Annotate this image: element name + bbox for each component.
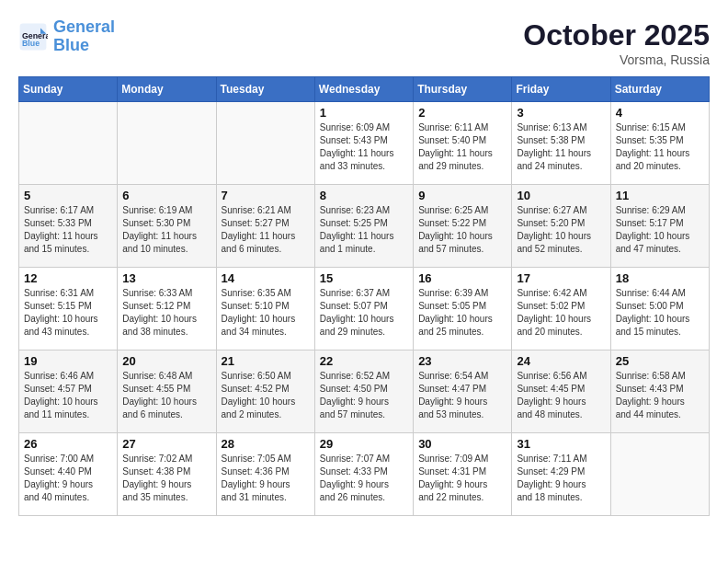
day-info: Sunrise: 6:42 AM Sunset: 5:02 PM Dayligh… (517, 287, 605, 339)
calendar-cell: 10Sunrise: 6:27 AM Sunset: 5:20 PM Dayli… (512, 185, 610, 268)
calendar-cell (610, 433, 709, 516)
calendar-cell: 5Sunrise: 6:17 AM Sunset: 5:33 PM Daylig… (19, 185, 118, 268)
day-number: 11 (616, 189, 704, 202)
day-number: 12 (24, 271, 112, 285)
calendar-cell: 29Sunrise: 7:07 AM Sunset: 4:33 PM Dayli… (314, 433, 413, 516)
day-info: Sunrise: 6:21 AM Sunset: 5:27 PM Dayligh… (222, 204, 310, 256)
logo-text: GeneralBlue (53, 18, 115, 55)
day-number: 10 (517, 189, 605, 202)
calendar-cell: 20Sunrise: 6:48 AM Sunset: 4:55 PM Dayli… (118, 350, 216, 433)
day-info: Sunrise: 6:50 AM Sunset: 4:52 PM Dayligh… (222, 370, 310, 421)
day-number: 1 (320, 106, 408, 120)
day-info: Sunrise: 6:46 AM Sunset: 4:57 PM Dayligh… (24, 370, 112, 421)
calendar-cell: 22Sunrise: 6:52 AM Sunset: 4:50 PM Dayli… (314, 350, 413, 433)
calendar-cell: 21Sunrise: 6:50 AM Sunset: 4:52 PM Dayli… (216, 350, 314, 433)
col-header-tuesday: Tuesday (216, 77, 314, 102)
day-info: Sunrise: 6:44 AM Sunset: 5:00 PM Dayligh… (616, 287, 704, 339)
day-info: Sunrise: 6:27 AM Sunset: 5:20 PM Dayligh… (517, 204, 605, 256)
day-number: 7 (222, 189, 310, 202)
day-number: 24 (517, 354, 605, 368)
calendar-cell: 12Sunrise: 6:31 AM Sunset: 5:15 PM Dayli… (19, 268, 118, 350)
day-number: 3 (517, 106, 605, 120)
day-number: 13 (122, 271, 210, 285)
day-info: Sunrise: 6:29 AM Sunset: 5:17 PM Dayligh… (616, 204, 704, 256)
logo-icon: General Blue (18, 22, 48, 52)
day-info: Sunrise: 7:05 AM Sunset: 4:36 PM Dayligh… (222, 453, 310, 504)
calendar-cell: 9Sunrise: 6:25 AM Sunset: 5:22 PM Daylig… (414, 185, 512, 268)
day-number: 6 (122, 189, 210, 202)
day-info: Sunrise: 7:07 AM Sunset: 4:33 PM Dayligh… (320, 453, 408, 504)
calendar-cell: 25Sunrise: 6:58 AM Sunset: 4:43 PM Dayli… (610, 350, 709, 433)
calendar-cell: 7Sunrise: 6:21 AM Sunset: 5:27 PM Daylig… (216, 185, 314, 268)
day-info: Sunrise: 6:35 AM Sunset: 5:10 PM Dayligh… (222, 287, 310, 339)
day-number: 2 (418, 106, 506, 120)
day-info: Sunrise: 6:11 AM Sunset: 5:40 PM Dayligh… (418, 121, 506, 173)
day-number: 14 (222, 271, 310, 285)
calendar-cell: 2Sunrise: 6:11 AM Sunset: 5:40 PM Daylig… (414, 102, 512, 185)
calendar-cell: 31Sunrise: 7:11 AM Sunset: 4:29 PM Dayli… (512, 433, 610, 516)
day-number: 30 (418, 437, 506, 451)
calendar-cell: 23Sunrise: 6:54 AM Sunset: 4:47 PM Dayli… (414, 350, 512, 433)
day-number: 16 (418, 271, 506, 285)
calendar-cell: 19Sunrise: 6:46 AM Sunset: 4:57 PM Dayli… (19, 350, 118, 433)
day-number: 17 (517, 271, 605, 285)
day-number: 21 (222, 354, 310, 368)
col-header-saturday: Saturday (610, 77, 709, 102)
day-info: Sunrise: 6:48 AM Sunset: 4:55 PM Dayligh… (122, 370, 210, 421)
day-number: 4 (616, 106, 704, 120)
calendar-cell: 15Sunrise: 6:37 AM Sunset: 5:07 PM Dayli… (314, 268, 413, 350)
day-number: 31 (517, 437, 605, 451)
day-number: 18 (616, 271, 704, 285)
calendar-cell: 6Sunrise: 6:19 AM Sunset: 5:30 PM Daylig… (118, 185, 216, 268)
page-header: General Blue GeneralBlue October 2025 Vo… (18, 18, 710, 67)
day-info: Sunrise: 6:17 AM Sunset: 5:33 PM Dayligh… (24, 204, 112, 256)
calendar-cell (19, 102, 118, 185)
day-info: Sunrise: 6:09 AM Sunset: 5:43 PM Dayligh… (320, 121, 408, 173)
day-info: Sunrise: 6:56 AM Sunset: 4:45 PM Dayligh… (517, 370, 605, 421)
calendar-cell: 26Sunrise: 7:00 AM Sunset: 4:40 PM Dayli… (19, 433, 118, 516)
day-info: Sunrise: 7:02 AM Sunset: 4:38 PM Dayligh… (122, 453, 210, 504)
day-number: 8 (320, 189, 408, 202)
day-info: Sunrise: 6:15 AM Sunset: 5:35 PM Dayligh… (616, 121, 704, 173)
col-header-monday: Monday (118, 77, 216, 102)
calendar-body: 1Sunrise: 6:09 AM Sunset: 5:43 PM Daylig… (19, 102, 710, 516)
calendar-cell: 3Sunrise: 6:13 AM Sunset: 5:38 PM Daylig… (512, 102, 610, 185)
calendar-cell: 24Sunrise: 6:56 AM Sunset: 4:45 PM Dayli… (512, 350, 610, 433)
day-number: 22 (320, 354, 408, 368)
day-info: Sunrise: 6:13 AM Sunset: 5:38 PM Dayligh… (517, 121, 605, 173)
col-header-wednesday: Wednesday (314, 77, 413, 102)
day-info: Sunrise: 7:00 AM Sunset: 4:40 PM Dayligh… (24, 453, 112, 504)
week-row-3: 12Sunrise: 6:31 AM Sunset: 5:15 PM Dayli… (19, 268, 710, 350)
calendar-cell: 27Sunrise: 7:02 AM Sunset: 4:38 PM Dayli… (118, 433, 216, 516)
day-number: 28 (222, 437, 310, 451)
col-header-friday: Friday (512, 77, 610, 102)
calendar-cell: 28Sunrise: 7:05 AM Sunset: 4:36 PM Dayli… (216, 433, 314, 516)
calendar-cell: 8Sunrise: 6:23 AM Sunset: 5:25 PM Daylig… (314, 185, 413, 268)
svg-text:Blue: Blue (22, 39, 40, 48)
day-info: Sunrise: 6:31 AM Sunset: 5:15 PM Dayligh… (24, 287, 112, 339)
col-header-thursday: Thursday (414, 77, 512, 102)
day-number: 26 (24, 437, 112, 451)
week-row-5: 26Sunrise: 7:00 AM Sunset: 4:40 PM Dayli… (19, 433, 710, 516)
calendar-cell: 17Sunrise: 6:42 AM Sunset: 5:02 PM Dayli… (512, 268, 610, 350)
day-info: Sunrise: 6:52 AM Sunset: 4:50 PM Dayligh… (320, 370, 408, 421)
calendar-cell: 30Sunrise: 7:09 AM Sunset: 4:31 PM Dayli… (414, 433, 512, 516)
calendar-cell (216, 102, 314, 185)
calendar-table: SundayMondayTuesdayWednesdayThursdayFrid… (18, 76, 710, 516)
day-number: 5 (24, 189, 112, 202)
calendar-cell: 14Sunrise: 6:35 AM Sunset: 5:10 PM Dayli… (216, 268, 314, 350)
day-number: 29 (320, 437, 408, 451)
day-number: 25 (616, 354, 704, 368)
week-row-4: 19Sunrise: 6:46 AM Sunset: 4:57 PM Dayli… (19, 350, 710, 433)
calendar-cell (118, 102, 216, 185)
calendar-cell: 18Sunrise: 6:44 AM Sunset: 5:00 PM Dayli… (610, 268, 709, 350)
week-row-1: 1Sunrise: 6:09 AM Sunset: 5:43 PM Daylig… (19, 102, 710, 185)
calendar-cell: 16Sunrise: 6:39 AM Sunset: 5:05 PM Dayli… (414, 268, 512, 350)
day-info: Sunrise: 6:54 AM Sunset: 4:47 PM Dayligh… (418, 370, 506, 421)
day-number: 23 (418, 354, 506, 368)
day-info: Sunrise: 6:58 AM Sunset: 4:43 PM Dayligh… (616, 370, 704, 421)
calendar-cell: 4Sunrise: 6:15 AM Sunset: 5:35 PM Daylig… (610, 102, 709, 185)
day-number: 15 (320, 271, 408, 285)
location: Vorsma, Russia (523, 52, 710, 67)
day-number: 19 (24, 354, 112, 368)
